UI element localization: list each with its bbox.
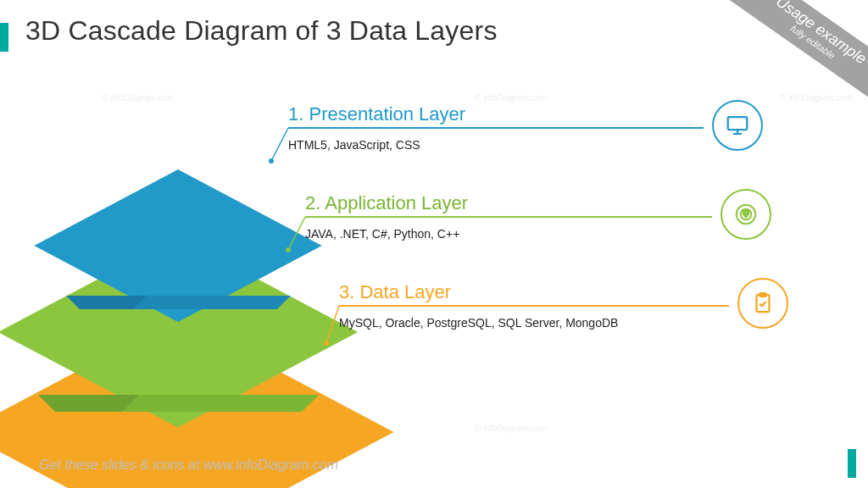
clipboard-icon: [737, 278, 788, 329]
layer-desc: JAVA, .NET, C#, Python, C++: [305, 226, 661, 242]
layer-label-3: 3. Data Layer MySQL, Oracle, PostgreSQL,…: [339, 281, 729, 331]
footer-text: Get these slides & icons at www.infoDiag…: [39, 458, 338, 473]
watermark: © infoDiagram.com: [102, 93, 175, 103]
title-accent: [0, 23, 8, 52]
footer-accent: [848, 449, 856, 478]
layer-num: 3.: [339, 281, 354, 302]
svg-rect-13: [760, 293, 766, 297]
layer-desc: MySQL, Oracle, PostgreSQL, SQL Server, M…: [339, 315, 695, 331]
ribbon-line1: Usage example: [732, 0, 868, 96]
layer-label-2: 2. Application Layer JAVA, .NET, C#, Pyt…: [305, 192, 712, 242]
layer-slab-1: [76, 144, 280, 347]
location-icon: [721, 189, 771, 240]
watermark: © infoDiagram.com: [475, 424, 548, 433]
svg-point-11: [745, 211, 748, 214]
layer-label-1: 1. Presentation Layer HTML5, JavaScript,…: [288, 103, 712, 153]
slide-title: 3D Cascade Diagram of 3 Data Layers: [25, 15, 498, 47]
layer-num: 2.: [305, 192, 320, 214]
slide: { "title": "3D Cascade Diagram of 3 Data…: [0, 0, 868, 488]
watermark: © infoDiagram.com: [780, 93, 853, 103]
layer-stack: [34, 110, 373, 432]
svg-rect-6: [728, 117, 748, 130]
watermark: © infoDiagram.com: [475, 93, 548, 103]
layer-name: Application Layer: [325, 192, 468, 214]
corner-ribbon: Usage example fully editable: [722, 0, 868, 111]
layer-desc: HTML5, JavaScript, CSS: [288, 137, 644, 153]
layer-name: Presentation Layer: [309, 103, 465, 125]
layer-name: Data Layer: [359, 281, 451, 302]
monitor-icon: [712, 100, 763, 151]
layer-num: 1.: [288, 103, 303, 125]
